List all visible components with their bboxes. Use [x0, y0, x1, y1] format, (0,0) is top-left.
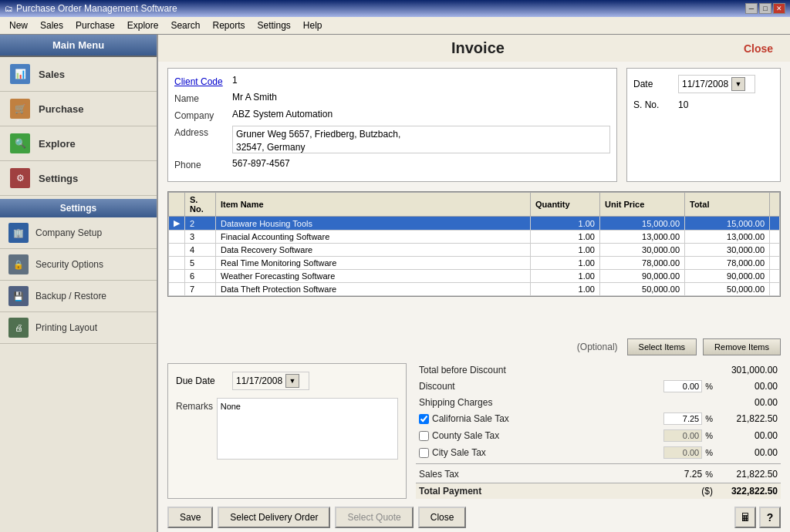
- name-value: Mr A Smith: [232, 92, 610, 103]
- sidebar-company-label: Company Setup: [35, 227, 102, 238]
- row-indicator: [169, 231, 185, 244]
- sidebar-backup-label: Backup / Restore: [35, 291, 106, 301]
- phone-label: Phone: [174, 158, 232, 170]
- row-item-name: Real Time Monitoring Software: [216, 257, 531, 270]
- menu-new[interactable]: New: [3, 19, 34, 32]
- row-qty: 1.00: [531, 257, 600, 270]
- sidebar-item-company-setup[interactable]: 🏢 Company Setup: [0, 217, 157, 249]
- invoice-close-button[interactable]: Close: [739, 41, 778, 56]
- city-tax-input-row: % 00.00: [663, 446, 778, 459]
- row-total: 78,000.00: [685, 257, 770, 270]
- city-tax-pct-input[interactable]: [663, 446, 702, 459]
- select-items-button[interactable]: Select Items: [627, 338, 697, 355]
- cal-tax-checkbox[interactable]: [419, 414, 429, 424]
- sidebar: Main Menu 📊 Sales 🛒 Purchase 🔍 Explore ⚙: [0, 35, 158, 532]
- table-row[interactable]: ▶ 2 Dataware Housing Tools 1.00 15,000.0…: [169, 217, 780, 231]
- table-row[interactable]: 5 Real Time Monitoring Software 1.00 78,…: [169, 257, 780, 270]
- total-before-discount-value: 301,000.00: [716, 365, 778, 375]
- city-tax-value: 00.00: [716, 447, 778, 458]
- sidebar-item-backup-restore[interactable]: 💾 Backup / Restore: [0, 281, 157, 312]
- county-tax-checkbox-area: County Sale Tax: [419, 430, 499, 441]
- county-tax-percent-sign: %: [705, 431, 713, 440]
- table-row[interactable]: 7 Data Theft Protection Software 1.00 50…: [169, 283, 780, 296]
- row-indicator: ▶: [169, 217, 185, 231]
- menu-purchase[interactable]: Purchase: [69, 19, 121, 32]
- row-sno: 5: [185, 257, 216, 270]
- sidebar-item-sales[interactable]: 📊 Sales: [0, 57, 157, 92]
- company-row: Company ABZ System Automation: [174, 109, 610, 121]
- footer-close-button[interactable]: Close: [418, 507, 467, 528]
- sidebar-item-settings[interactable]: ⚙ Settings: [0, 161, 157, 196]
- client-code-label[interactable]: Client Code: [174, 75, 232, 87]
- calculator-button[interactable]: 🖩: [734, 507, 756, 528]
- settings-gear-icon: ⚙: [10, 168, 30, 188]
- city-sale-tax-label: City Sale Tax: [432, 447, 486, 458]
- menu-settings[interactable]: Settings: [252, 19, 297, 32]
- restore-button[interactable]: □: [759, 3, 771, 14]
- total-payment-symbol: ($): [701, 486, 713, 497]
- select-delivery-button[interactable]: Select Delivery Order: [218, 507, 330, 528]
- address-field[interactable]: Gruner Weg 5657, Friedberg, Butzbach, 32…: [232, 126, 610, 153]
- security-icon: 🔒: [8, 254, 29, 274]
- due-date-label: Due Date: [176, 375, 226, 386]
- sidebar-item-security-options[interactable]: 🔒 Security Options: [0, 249, 157, 281]
- cal-sale-tax-row: California Sale Tax % 21,822.50: [416, 411, 781, 426]
- cal-tax-pct-input[interactable]: [663, 412, 702, 425]
- remarks-field[interactable]: None: [217, 398, 398, 460]
- col-unit-price: Unit Price: [600, 193, 685, 217]
- row-sno: 7: [185, 283, 216, 296]
- col-quantity: Quantity: [531, 193, 600, 217]
- menu-help[interactable]: Help: [297, 19, 329, 32]
- window-close-button[interactable]: ✕: [773, 3, 785, 14]
- remarks-label: Remarks: [176, 398, 217, 412]
- bottom-section: Due Date 11/17/2008 ▼ Remarks None Total…: [158, 360, 790, 502]
- save-button[interactable]: Save: [167, 507, 213, 528]
- county-tax-checkbox[interactable]: [419, 431, 429, 441]
- county-tax-value: 00.00: [716, 430, 778, 441]
- row-scroll-spacer: [770, 217, 780, 231]
- sales-tax-row: Sales Tax 7.25 % 21,822.50: [416, 467, 781, 481]
- city-tax-checkbox[interactable]: [419, 448, 429, 458]
- minimize-button[interactable]: ─: [745, 3, 758, 14]
- client-code-row: Client Code 1: [174, 75, 610, 87]
- title-bar-controls: ─ □ ✕: [745, 3, 785, 14]
- county-sale-tax-label: County Sale Tax: [432, 430, 499, 441]
- footer-right-buttons: 🖩 ?: [734, 507, 781, 528]
- phone-value: 567-897-4567: [232, 158, 610, 169]
- discount-input-row: % 00.00: [663, 380, 778, 392]
- menu-explore[interactable]: Explore: [121, 19, 165, 32]
- sidebar-item-explore[interactable]: 🔍 Explore: [0, 126, 157, 161]
- sno-value: 10: [678, 99, 688, 110]
- date-calendar-button[interactable]: ▼: [731, 77, 745, 91]
- discount-pct-input[interactable]: [663, 380, 702, 392]
- company-icon-wrapper: 🏢: [8, 222, 29, 244]
- chart-icon: 📊: [10, 64, 30, 84]
- due-date-row: Due Date 11/17/2008 ▼: [176, 372, 398, 390]
- due-date-calendar-button[interactable]: ▼: [285, 374, 299, 388]
- security-icon-wrapper: 🔒: [8, 254, 29, 275]
- sidebar-security-label: Security Options: [35, 259, 103, 270]
- items-buttons-row: (Optional) Select Items Remove Items: [158, 334, 790, 360]
- county-tax-pct-input[interactable]: [663, 429, 702, 442]
- menu-search[interactable]: Search: [164, 19, 206, 32]
- sidebar-item-purchase[interactable]: 🛒 Purchase: [0, 92, 157, 126]
- row-total: 15,000.00: [685, 217, 770, 231]
- help-button[interactable]: ?: [759, 507, 781, 528]
- menu-sales[interactable]: Sales: [34, 19, 69, 32]
- table-row[interactable]: 3 Finacial Accounting Software 1.00 13,0…: [169, 231, 780, 244]
- row-item-name: Data Theft Protection Software: [216, 283, 531, 296]
- sno-label: S. No.: [633, 99, 672, 110]
- sidebar-item-printing-layout[interactable]: 🖨 Printing Layout: [0, 312, 157, 344]
- table-row[interactable]: 6 Weather Forecasting Software 1.00 90,0…: [169, 270, 780, 283]
- row-total: 30,000.00: [685, 244, 770, 257]
- total-payment-row: Total Payment ($) 322,822.50: [416, 483, 781, 499]
- footer-left-buttons: Save Select Delivery Order Select Quote …: [167, 507, 466, 528]
- menu-reports[interactable]: Reports: [206, 19, 251, 32]
- totals-section: Total before Discount 301,000.00 Discoun…: [416, 363, 781, 499]
- table-row[interactable]: 4 Data Recovery Software 1.00 30,000.00 …: [169, 244, 780, 257]
- remove-items-button[interactable]: Remove Items: [703, 338, 781, 355]
- row-unit-price: 50,000.00: [600, 283, 685, 296]
- discount-label: Discount: [419, 381, 455, 392]
- select-quote-button[interactable]: Select Quote: [335, 507, 413, 528]
- row-scroll-spacer: [770, 283, 780, 296]
